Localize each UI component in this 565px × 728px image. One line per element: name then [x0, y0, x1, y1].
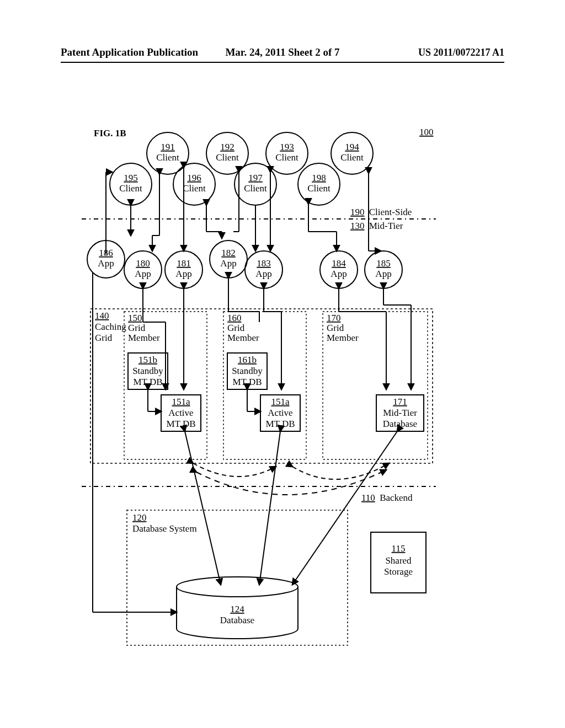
- svg-text:App: App: [255, 269, 271, 279]
- svg-text:Shared: Shared: [385, 555, 412, 566]
- svg-text:App: App: [331, 269, 347, 279]
- svg-text:160: 160: [227, 313, 242, 323]
- svg-text:193: 193: [280, 142, 294, 152]
- svg-text:Client: Client: [156, 152, 179, 163]
- active-151a-left: 151a Active MT DB: [161, 395, 201, 431]
- shared-storage: 115 Shared Storage: [371, 532, 426, 593]
- svg-text:195: 195: [124, 173, 138, 183]
- svg-line-115: [259, 431, 280, 585]
- svg-text:Grid: Grid: [128, 323, 146, 333]
- svg-text:Standby: Standby: [232, 366, 263, 376]
- standby-151b: 151b Standby MT DB: [128, 353, 168, 389]
- caching-grid-w2: Grid: [95, 333, 113, 343]
- svg-text:191: 191: [161, 142, 175, 152]
- app-185: 185 App: [365, 251, 402, 288]
- svg-text:App: App: [220, 258, 236, 269]
- svg-text:194: 194: [345, 142, 359, 152]
- svg-text:Grid: Grid: [227, 323, 245, 333]
- ref-100: 100: [419, 127, 434, 137]
- svg-text:Database: Database: [220, 615, 254, 625]
- svg-text:MT DB: MT DB: [133, 377, 162, 387]
- svg-text:181: 181: [177, 258, 191, 269]
- svg-text:115: 115: [392, 543, 406, 554]
- svg-text:App: App: [135, 269, 151, 279]
- svg-text:151b: 151b: [138, 355, 157, 365]
- tier-client-side: 190 Client-Side: [350, 207, 412, 217]
- svg-text:183: 183: [257, 258, 271, 269]
- svg-text:MT DB: MT DB: [232, 377, 262, 387]
- svg-text:196: 196: [187, 173, 201, 183]
- app-181: 181 App: [165, 251, 202, 288]
- svg-text:MT DB: MT DB: [166, 419, 195, 429]
- standby-161b: 161b Standby MT DB: [227, 353, 267, 389]
- svg-text:182: 182: [221, 248, 236, 258]
- svg-text:MT DB: MT DB: [265, 419, 295, 429]
- svg-text:124: 124: [230, 604, 244, 614]
- svg-text:App: App: [175, 269, 191, 279]
- midtier-db-171: 171 Mid-Tier Database: [376, 395, 424, 431]
- svg-text:Mid-Tier: Mid-Tier: [383, 408, 417, 418]
- svg-text:180: 180: [136, 258, 150, 269]
- client-198: 198 Client: [298, 163, 340, 205]
- app-183: 183 App: [245, 251, 282, 288]
- app-182: 182 App: [210, 240, 247, 278]
- svg-text:Database System: Database System: [132, 523, 197, 534]
- svg-text:198: 198: [312, 173, 326, 183]
- svg-text:151a: 151a: [271, 397, 290, 407]
- tier-mid-tier: 130 Mid-Tier: [350, 221, 403, 231]
- svg-text:Active: Active: [168, 408, 193, 418]
- svg-point-121: [177, 577, 298, 597]
- tier-backend: 110 Backend: [361, 493, 413, 503]
- svg-text:Member: Member: [128, 333, 160, 343]
- svg-text:Standby: Standby: [132, 366, 163, 376]
- svg-text:Client: Client: [183, 183, 206, 194]
- client-193: 193 Client: [266, 132, 308, 174]
- svg-text:170: 170: [327, 313, 341, 323]
- client-191: 191 Client: [147, 132, 189, 174]
- client-195: 195 Client: [110, 163, 152, 205]
- app-180: 180 App: [124, 251, 162, 288]
- svg-text:Client: Client: [307, 183, 331, 194]
- svg-text:Client: Client: [244, 183, 267, 194]
- svg-line-114: [185, 431, 221, 585]
- svg-text:161b: 161b: [238, 355, 257, 365]
- svg-text:185: 185: [376, 258, 391, 269]
- svg-text:Active: Active: [268, 408, 292, 418]
- svg-text:Member: Member: [227, 333, 259, 343]
- svg-text:186: 186: [99, 248, 113, 258]
- svg-text:192: 192: [220, 142, 234, 152]
- svg-text:184: 184: [332, 258, 346, 269]
- svg-text:App: App: [98, 258, 114, 269]
- svg-text:151a: 151a: [172, 397, 190, 407]
- fig-label: FIG. 1B: [94, 128, 126, 138]
- app-184: 184 App: [320, 251, 358, 288]
- client-194: 194 Client: [331, 132, 373, 174]
- active-151a-right: 151a Active MT DB: [260, 395, 300, 431]
- svg-text:Database: Database: [383, 419, 417, 429]
- svg-text:App: App: [375, 269, 391, 279]
- svg-text:Client: Client: [275, 152, 299, 163]
- figure-1b: FIG. 1B 100 191 Client 192 Client 193 Cl…: [0, 0, 565, 728]
- caching-grid-w1: Caching: [95, 322, 126, 332]
- svg-text:Client: Client: [119, 183, 142, 194]
- database-cylinder: 124 Database: [177, 577, 298, 639]
- svg-text:Member: Member: [327, 333, 359, 343]
- client-196: 196 Client: [173, 163, 215, 205]
- svg-text:120: 120: [132, 512, 147, 523]
- svg-text:171: 171: [393, 397, 407, 407]
- svg-text:197: 197: [248, 173, 263, 183]
- svg-text:150: 150: [128, 313, 142, 323]
- svg-line-116: [292, 431, 397, 585]
- svg-text:Client: Client: [340, 152, 364, 163]
- svg-text:Client: Client: [216, 152, 239, 163]
- svg-text:Storage: Storage: [384, 566, 413, 577]
- caching-grid-num: 140: [95, 311, 109, 321]
- svg-text:Grid: Grid: [327, 323, 344, 333]
